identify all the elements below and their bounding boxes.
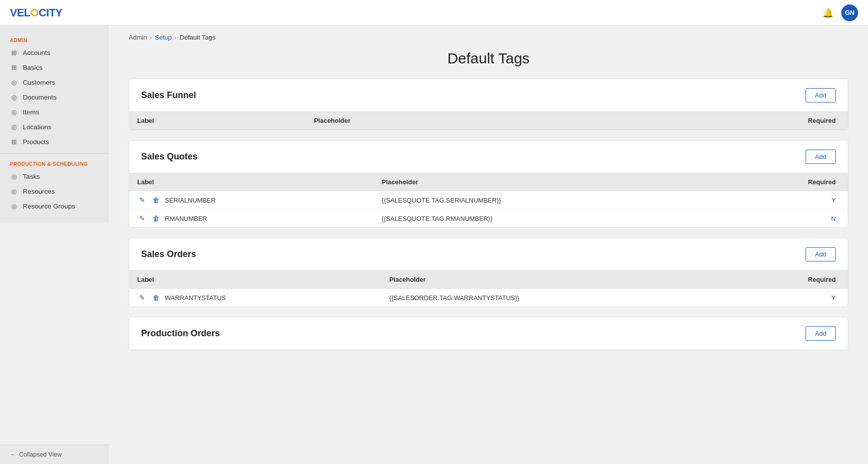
sales-funnel-header: Sales Funnel Add xyxy=(129,79,848,111)
main-content: Admin › Setup › Default Tags Default Tag… xyxy=(109,26,868,464)
sales-quotes-add-button[interactable]: Add xyxy=(806,150,836,164)
sidebar-item-items[interactable]: ◎ Items xyxy=(0,104,109,119)
sidebar-item-resource-groups[interactable]: ◎ Resource Groups xyxy=(0,199,109,213)
sidebar-item-basics[interactable]: ⊞ Basics xyxy=(0,60,109,75)
prod-section-label: PRODUCTION & SCHEDULING xyxy=(0,157,109,169)
sidebar-item-items-label: Items xyxy=(23,108,39,116)
logo-o: O xyxy=(30,6,39,19)
delete-icon-sq-2[interactable]: 🗑 xyxy=(151,214,161,222)
sales-quotes-col-label: Label xyxy=(129,173,374,191)
production-orders-header: Production Orders Add xyxy=(129,317,848,350)
sales-quotes-row1-required: Y xyxy=(724,191,848,209)
logo[interactable]: VELOCITY xyxy=(10,6,62,19)
accounts-icon: ⊞ xyxy=(10,49,18,56)
sidebar-collapse-btn[interactable]: ← Collapsed View xyxy=(0,445,109,464)
sales-orders-title: Sales Orders xyxy=(141,249,196,259)
breadcrumb-sep-2: › xyxy=(175,34,177,41)
sidebar-item-accounts-label: Accounts xyxy=(23,49,51,56)
production-orders-add-button[interactable]: Add xyxy=(806,326,836,341)
sidebar-item-customers-label: Customers xyxy=(23,79,55,86)
breadcrumb-default-tags: Default Tags xyxy=(180,34,215,41)
sales-orders-row1-required: Y xyxy=(733,289,848,307)
top-nav-right: 🔔 GN xyxy=(822,4,858,21)
avatar[interactable]: GN xyxy=(841,4,858,21)
sidebar-item-tasks[interactable]: ◎ Tasks xyxy=(0,169,109,184)
table-row: ✎ 🗑 WARRANTYSTATUS {{SALESORDER.TAG.WARR… xyxy=(129,289,848,307)
sales-quotes-row1-placeholder: {{SALESQUOTE.TAG.SERIALNUMBER}} xyxy=(374,191,724,209)
edit-icon-so-1[interactable]: ✎ xyxy=(137,294,147,302)
notifications-icon[interactable]: 🔔 xyxy=(822,7,833,18)
admin-section-label: ADMIN xyxy=(0,34,109,45)
sales-funnel-col-label: Label xyxy=(129,112,306,130)
sidebar-divider xyxy=(0,153,109,154)
sidebar-item-resources-label: Resources xyxy=(23,188,55,195)
products-icon: ⊞ xyxy=(10,138,18,146)
sidebar-item-products-label: Products xyxy=(23,138,49,146)
production-orders-section: Production Orders Add xyxy=(129,317,848,350)
breadcrumb: Admin › Setup › Default Tags xyxy=(109,26,868,45)
locations-icon: ◎ xyxy=(10,123,18,131)
sales-funnel-title: Sales Funnel xyxy=(141,90,196,101)
items-icon: ◎ xyxy=(10,108,18,116)
sales-quotes-row2-placeholder: {{SALESQUOTE.TAG.RMANUMBER}} xyxy=(374,209,724,228)
sales-orders-col-required: Required xyxy=(733,271,848,289)
production-orders-title: Production Orders xyxy=(141,328,220,339)
delete-icon-sq-1[interactable]: 🗑 xyxy=(151,196,161,204)
table-row: ✎ 🗑 SERIALNUMBER {{SALESQUOTE.TAG.SERIAL… xyxy=(129,191,848,209)
sales-orders-tbody: ✎ 🗑 WARRANTYSTATUS {{SALESORDER.TAG.WARR… xyxy=(129,289,848,307)
sales-funnel-col-required: Required xyxy=(589,112,848,130)
sales-quotes-row2-required: N xyxy=(724,209,848,228)
sales-orders-col-placeholder: Placeholder xyxy=(381,271,733,289)
sales-funnel-section: Sales Funnel Add Label Placeholder Requi… xyxy=(129,79,848,130)
sidebar-item-products[interactable]: ⊞ Products xyxy=(0,134,109,149)
sales-orders-table: Label Placeholder Required ✎ 🗑 WARRANTYS… xyxy=(129,270,848,307)
sales-funnel-col-placeholder: Placeholder xyxy=(306,112,589,130)
page-title: Default Tags xyxy=(109,45,868,79)
logo-text: VELOCITY xyxy=(10,6,62,19)
sidebar-item-documents[interactable]: ◎ Documents xyxy=(0,90,109,104)
sales-orders-add-button[interactable]: Add xyxy=(806,247,836,261)
sales-orders-table-header-row: Label Placeholder Required xyxy=(129,271,848,289)
sidebar-item-resource-groups-label: Resource Groups xyxy=(23,203,75,210)
breadcrumb-sep-1: › xyxy=(150,34,152,41)
basics-icon: ⊞ xyxy=(10,63,18,71)
sidebar-item-locations-label: Locations xyxy=(23,123,51,131)
sidebar: ADMIN ⊞ Accounts ⊞ Basics ◎ Customers ◎ … xyxy=(0,26,109,223)
layout: ADMIN ⊞ Accounts ⊞ Basics ◎ Customers ◎ … xyxy=(0,26,868,464)
sidebar-item-accounts[interactable]: ⊞ Accounts xyxy=(0,45,109,60)
sales-funnel-table-header-row: Label Placeholder Required xyxy=(129,112,848,130)
sidebar-item-resources[interactable]: ◎ Resources xyxy=(0,184,109,199)
sidebar-item-basics-label: Basics xyxy=(23,64,43,71)
sales-funnel-add-button[interactable]: Add xyxy=(806,88,836,103)
sales-quotes-table: Label Placeholder Required ✎ 🗑 SERIALNUM… xyxy=(129,173,848,227)
sales-funnel-table: Label Placeholder Required xyxy=(129,111,848,130)
sidebar-item-tasks-label: Tasks xyxy=(23,173,40,180)
edit-icon-sq-1[interactable]: ✎ xyxy=(137,196,147,204)
sales-quotes-row2-label-cell: ✎ 🗑 RMANUMBER xyxy=(129,209,374,228)
sales-quotes-col-required: Required xyxy=(724,173,848,191)
delete-icon-so-1[interactable]: 🗑 xyxy=(151,294,161,302)
resources-icon: ◎ xyxy=(10,187,18,195)
sales-orders-header: Sales Orders Add xyxy=(129,238,848,270)
sales-quotes-section: Sales Quotes Add Label Placeholder Requi… xyxy=(129,140,848,228)
sales-orders-row1-label-cell: ✎ 🗑 WARRANTYSTATUS xyxy=(129,289,381,307)
sales-orders-col-label: Label xyxy=(129,271,381,289)
breadcrumb-setup[interactable]: Setup xyxy=(155,34,172,41)
sales-quotes-row1-label-cell: ✎ 🗑 SERIALNUMBER xyxy=(129,191,374,209)
top-nav: VELOCITY 🔔 GN xyxy=(0,0,868,26)
table-row: ✎ 🗑 RMANUMBER {{SALESQUOTE.TAG.RMANUMBER… xyxy=(129,209,848,228)
breadcrumb-admin: Admin xyxy=(129,34,147,41)
sales-orders-row1-placeholder: {{SALESORDER.TAG.WARRANTYSTATUS}} xyxy=(381,289,733,307)
resource-groups-icon: ◎ xyxy=(10,202,18,210)
edit-icon-sq-2[interactable]: ✎ xyxy=(137,214,147,222)
sidebar-wrapper: ADMIN ⊞ Accounts ⊞ Basics ◎ Customers ◎ … xyxy=(0,26,109,464)
sidebar-item-locations[interactable]: ◎ Locations xyxy=(0,119,109,134)
sidebar-footer-label: Collapsed View xyxy=(19,451,62,458)
sales-quotes-row2-label: RMANUMBER xyxy=(165,215,207,222)
sidebar-item-customers[interactable]: ◎ Customers xyxy=(0,75,109,90)
tasks-icon: ◎ xyxy=(10,172,18,180)
collapse-arrow-icon: ← xyxy=(10,451,16,458)
sidebar-item-documents-label: Documents xyxy=(23,94,56,101)
sales-quotes-row1-label: SERIALNUMBER xyxy=(165,197,216,204)
sales-quotes-header: Sales Quotes Add xyxy=(129,141,848,173)
